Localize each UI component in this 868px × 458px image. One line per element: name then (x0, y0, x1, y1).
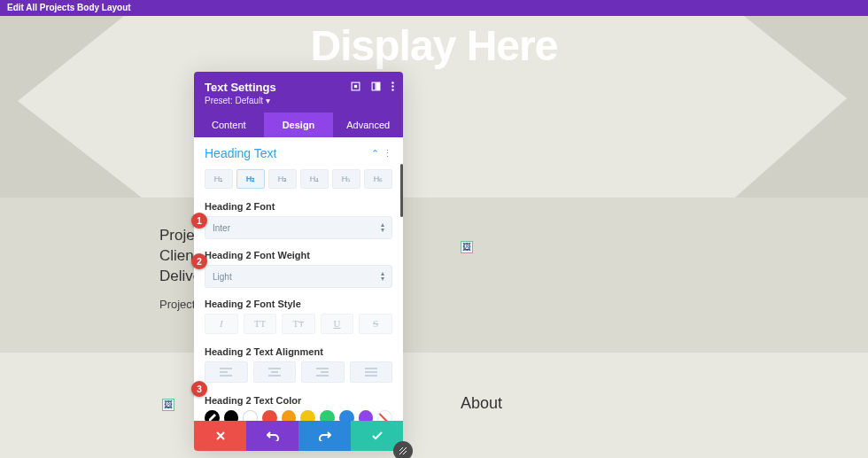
font-value: Inter (213, 223, 230, 233)
font-select[interactable]: Inter ▴▾ (205, 216, 392, 239)
style-label: Heading 2 Font Style (205, 299, 392, 309)
broken-image-icon: 🖼 (162, 399, 174, 411)
align-justify[interactable] (350, 361, 393, 383)
weight-select[interactable]: Light ▴▾ (205, 265, 392, 288)
style-strike[interactable]: S (359, 314, 392, 334)
callout-badge-2: 2 (191, 253, 207, 269)
callout-badge-3: 3 (191, 381, 207, 397)
color-swatch-purple[interactable] (359, 410, 374, 421)
svg-rect-2 (372, 82, 376, 90)
select-caret-icon: ▴▾ (381, 271, 384, 282)
tab-content[interactable]: Content (194, 113, 264, 137)
style-underline[interactable]: U (321, 314, 354, 334)
color-swatch-orange[interactable] (282, 410, 297, 421)
heading-h6[interactable]: H₆ (364, 169, 392, 189)
tab-advanced[interactable]: Advanced (333, 113, 403, 137)
panel-preset[interactable]: Preset: Default ▾ (205, 96, 392, 105)
align-center[interactable] (253, 361, 297, 383)
callout-badge-1: 1 (191, 213, 207, 229)
kebab-icon[interactable] (391, 82, 394, 91)
low-band (0, 353, 868, 458)
weight-label: Heading 2 Font Weight (205, 250, 392, 260)
style-uppercase[interactable]: TT (244, 314, 277, 334)
select-caret-icon: ▴▾ (381, 222, 384, 233)
columns-icon[interactable] (371, 82, 381, 91)
kebab-icon[interactable]: ⋮ (383, 148, 392, 159)
section-label: Heading Text (205, 146, 276, 160)
color-swatch-white[interactable] (243, 410, 258, 421)
bg-shape (0, 74, 142, 198)
font-style-row: I TT Tᴛ U S (205, 314, 392, 334)
panel-header[interactable]: Text Settings Preset: Default ▾ (194, 72, 403, 113)
redo-button[interactable] (298, 421, 351, 451)
heading-h4[interactable]: H₄ (300, 169, 329, 189)
svg-rect-1 (354, 85, 357, 88)
cancel-button[interactable] (194, 421, 246, 451)
panel-tabs: Content Design Advanced (194, 113, 403, 137)
expand-icon[interactable] (351, 82, 360, 91)
panel-body: Heading Text ⌃ ⋮ H₁ H₂ H₃ H₄ H₅ H₆ Headi… (194, 137, 403, 421)
top-bar: Edit All Projects Body Layout (0, 0, 868, 16)
heading-h5[interactable]: H₅ (332, 169, 360, 189)
top-bar-title: Edit All Projects Body Layout (7, 3, 131, 12)
tab-design[interactable]: Design (264, 113, 334, 137)
svg-rect-3 (376, 82, 380, 90)
heading-h3[interactable]: H₃ (268, 169, 297, 189)
color-swatch-red[interactable] (262, 410, 277, 421)
section-heading-text[interactable]: Heading Text ⌃ ⋮ (205, 146, 392, 160)
about-heading: About (461, 394, 502, 413)
panel-footer (194, 421, 403, 451)
svg-point-6 (391, 89, 393, 90)
heading-h2[interactable]: H₂ (236, 169, 265, 189)
align-left[interactable] (205, 361, 248, 383)
color-swatch-green[interactable] (320, 410, 335, 421)
color-swatch-blue[interactable] (339, 410, 354, 421)
align-row (205, 361, 392, 383)
color-swatch-yellow[interactable] (300, 410, 315, 421)
font-label: Heading 2 Font (205, 201, 392, 212)
hero-title: Display Here (0, 21, 868, 70)
broken-image-icon: 🖼 (461, 241, 473, 253)
color-label: Heading 2 Text Color (205, 395, 392, 406)
svg-point-5 (391, 85, 393, 87)
align-label: Heading 2 Text Alignment (205, 346, 392, 357)
chevron-up-icon[interactable]: ⌃ (371, 148, 379, 159)
scrollbar[interactable] (400, 164, 403, 217)
text-settings-panel: Text Settings Preset: Default ▾ Content … (194, 72, 403, 451)
weight-value: Light (213, 272, 232, 282)
color-swatch-black[interactable] (224, 410, 239, 421)
undo-button[interactable] (246, 421, 298, 451)
mid-band (0, 198, 868, 353)
style-smallcaps[interactable]: Tᴛ (282, 314, 315, 334)
hero-section: Display Here (0, 16, 868, 198)
color-swatches (205, 410, 392, 421)
color-swatch-none[interactable] (377, 410, 392, 421)
resize-handle[interactable] (393, 441, 413, 458)
heading-h1[interactable]: H₁ (205, 169, 233, 189)
eyedropper-swatch[interactable] (205, 410, 220, 421)
heading-level-row: H₁ H₂ H₃ H₄ H₅ H₆ (205, 169, 392, 189)
svg-point-4 (391, 82, 393, 83)
align-right[interactable] (301, 361, 345, 383)
style-italic[interactable]: I (205, 314, 238, 334)
